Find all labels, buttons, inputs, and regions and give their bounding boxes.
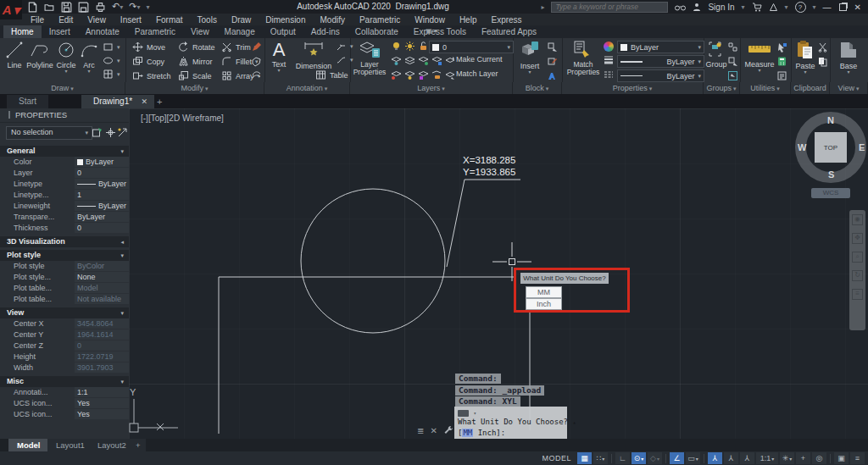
arc-button[interactable]: Arc▾ bbox=[79, 41, 99, 74]
layout-tab-layout1[interactable]: Layout1 bbox=[47, 439, 93, 451]
layer-match-icon[interactable] bbox=[404, 69, 415, 80]
viewcube-west[interactable]: W bbox=[798, 142, 806, 152]
layer-dropdown[interactable]: 0▾ bbox=[429, 41, 514, 53]
prop-row-annotation-scale[interactable]: Annotati...1:1 bbox=[0, 387, 129, 398]
menu-format[interactable]: Format bbox=[156, 15, 183, 25]
menu-view[interactable]: View bbox=[87, 15, 106, 25]
section-misc[interactable]: Misc▾ bbox=[0, 376, 129, 387]
ribbon-tab-insert[interactable]: Insert bbox=[42, 25, 78, 38]
help-dropdown-icon[interactable]: ▾ bbox=[813, 3, 816, 11]
prop-row-ucs-icon-on[interactable]: UCS icon...Yes bbox=[0, 398, 129, 409]
prop-row-center-y[interactable]: Center Y1964.1614 bbox=[0, 329, 129, 340]
section-view[interactable]: View▾ bbox=[0, 307, 129, 318]
layer-merge-icon[interactable] bbox=[431, 69, 442, 80]
base-button[interactable]: Base▾ bbox=[837, 40, 860, 75]
menu-tools[interactable]: Tools bbox=[198, 15, 217, 25]
workspace-switching-gear[interactable]: ✳▾ bbox=[780, 452, 794, 464]
isolate-objects-toggle[interactable]: ◎ bbox=[812, 452, 826, 464]
polar-tracking-toggle[interactable]: ⊙▾ bbox=[632, 452, 646, 464]
match-properties-button[interactable]: Match Properties bbox=[565, 40, 602, 76]
account-dropdown-icon[interactable]: ▾ bbox=[785, 3, 788, 11]
ungroup-button[interactable] bbox=[727, 42, 738, 53]
prompt-option-mm[interactable]: MM bbox=[462, 429, 473, 437]
save-icon[interactable] bbox=[61, 2, 72, 13]
layer-thaw-sun-icon[interactable] bbox=[404, 41, 415, 52]
layer-prev-icon[interactable] bbox=[418, 69, 429, 80]
menu-parametric[interactable]: Parametric bbox=[359, 15, 400, 25]
restore-button[interactable] bbox=[839, 3, 847, 11]
app-store-cart-icon[interactable] bbox=[752, 3, 762, 12]
object-color-dropdown[interactable]: ByLayer▾ bbox=[617, 41, 704, 53]
ribbon-tab-manage[interactable]: Manage bbox=[217, 25, 263, 38]
undo-icon[interactable]: ↶▾ bbox=[112, 1, 123, 13]
navigation-bar[interactable]: ◉ ✥ ⌕ ↻ ≡ bbox=[849, 210, 865, 330]
group-edit-button[interactable] bbox=[727, 56, 738, 67]
prop-row-plot-table-attached[interactable]: Plot table...Model bbox=[0, 283, 129, 294]
create-block-button[interactable] bbox=[547, 42, 558, 53]
layer-on-bulb-icon[interactable] bbox=[391, 41, 402, 52]
panel-label-annotation[interactable]: Annotation bbox=[264, 82, 350, 94]
prop-row-width[interactable]: Width3901.7903 bbox=[0, 363, 129, 374]
leader-line[interactable] bbox=[447, 180, 520, 267]
new-layout-icon[interactable]: + bbox=[131, 439, 146, 451]
panel-label-modify[interactable]: Modify bbox=[125, 82, 264, 94]
layer-walk-icon[interactable] bbox=[391, 69, 402, 80]
line-button[interactable]: Line bbox=[3, 41, 25, 69]
rectangle-button[interactable]: ▾ bbox=[103, 42, 120, 53]
circle-button[interactable]: Circle▾ bbox=[54, 41, 78, 74]
ribbon-tab-collaborate[interactable]: Collaborate bbox=[348, 25, 406, 38]
group-select-button[interactable] bbox=[727, 70, 738, 81]
panel-label-block[interactable]: Block bbox=[513, 82, 562, 94]
ribbon-tab-parametric[interactable]: Parametric bbox=[127, 25, 183, 38]
dynamic-input-toggle[interactable]: ▭▾ bbox=[686, 452, 700, 464]
text-button[interactable]: A Text▾ bbox=[268, 40, 290, 73]
table-button[interactable]: Table bbox=[315, 69, 348, 80]
layer-freeze-icon[interactable] bbox=[404, 55, 415, 66]
lineweight-dropdown[interactable]: ByLayer▾ bbox=[617, 55, 704, 68]
layer-isolate-icon[interactable] bbox=[391, 55, 402, 66]
unit-option-mm[interactable]: MM bbox=[526, 286, 562, 298]
edit-block-button[interactable] bbox=[547, 56, 558, 67]
customize-wrench-icon[interactable] bbox=[443, 425, 453, 435]
qat-customize-icon[interactable]: ▾ bbox=[146, 3, 149, 11]
prop-row-plot-table-type[interactable]: Plot table...Not available bbox=[0, 294, 129, 305]
ribbon-tab-express-tools[interactable]: Express Tools bbox=[406, 25, 474, 38]
file-tab-start[interactable]: Start bbox=[7, 95, 48, 108]
panel-label-groups[interactable]: Groups bbox=[704, 82, 740, 94]
panel-label-properties[interactable]: Properties bbox=[562, 82, 704, 94]
prop-row-plot-style-table[interactable]: Plot style...None bbox=[0, 272, 129, 283]
command-close-icon[interactable]: ✕ bbox=[430, 426, 437, 435]
command-prompt[interactable]: [MM Inch]: bbox=[458, 428, 564, 438]
autodesk-account-icon[interactable] bbox=[769, 3, 778, 12]
prop-row-layer[interactable]: Layer0 bbox=[0, 168, 129, 179]
ribbon-display-toggle-icon[interactable]: ▣ ▾ bbox=[426, 27, 437, 35]
annotation-scale-icon[interactable]: ⅄ bbox=[740, 452, 754, 464]
copy-clip-button[interactable] bbox=[817, 56, 828, 67]
mirror-button[interactable]: Mirror bbox=[178, 56, 213, 67]
linetype-dropdown[interactable]: ByLayer▾ bbox=[617, 69, 704, 82]
autoscale-toggle[interactable]: ⅄ bbox=[724, 452, 738, 464]
toggle-pickadd-icon[interactable] bbox=[92, 127, 103, 138]
wcs-dropdown[interactable]: WCS bbox=[811, 188, 850, 198]
panel-label-layers[interactable]: Layers bbox=[350, 82, 513, 94]
measure-button[interactable]: Measure▾ bbox=[744, 40, 775, 73]
model-space-indicator[interactable]: MODEL bbox=[542, 454, 571, 462]
menu-express[interactable]: Express bbox=[491, 15, 521, 25]
dimension-button[interactable]: Dimension bbox=[292, 40, 336, 70]
rotate-button[interactable]: Rotate bbox=[178, 42, 215, 53]
prop-row-ucs-icon-origin[interactable]: UCS icon...Yes bbox=[0, 409, 129, 420]
viewcube-top-face[interactable]: TOP bbox=[815, 132, 847, 163]
grid-toggle[interactable]: ▦ bbox=[577, 452, 592, 464]
prop-row-center-x[interactable]: Center X3454.8064 bbox=[0, 318, 129, 329]
cut-button[interactable] bbox=[817, 42, 828, 53]
viewcube-south[interactable]: S bbox=[828, 169, 834, 180]
ribbon-tab-home[interactable]: Home bbox=[3, 25, 42, 38]
prop-row-color[interactable]: Color ByLayer bbox=[0, 157, 129, 168]
unit-option-inch[interactable]: Inch bbox=[526, 298, 562, 310]
ribbon-tab-addins[interactable]: Add-ins bbox=[303, 25, 348, 38]
section-plot-style[interactable]: Plot style▾ bbox=[0, 250, 129, 261]
erase-button[interactable] bbox=[251, 42, 262, 53]
redo-icon[interactable]: ↷▾ bbox=[129, 1, 140, 13]
search-binoculars-icon[interactable] bbox=[675, 3, 686, 11]
sign-in-person-icon[interactable] bbox=[693, 3, 701, 12]
